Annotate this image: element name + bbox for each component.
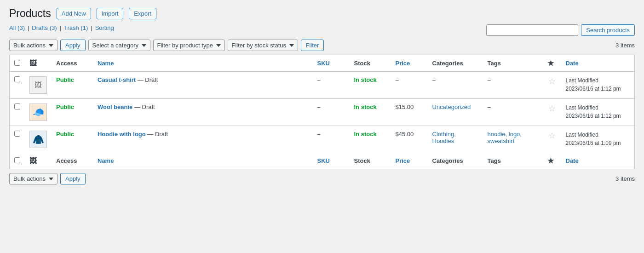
row-checkbox[interactable]	[14, 76, 20, 82]
all-link[interactable]: All (3)	[9, 24, 25, 31]
row-featured[interactable]: ☆	[543, 99, 561, 126]
product-status: — Draft	[147, 131, 168, 138]
table-row: 🖼 Public Casual t-shirt — Draft – In sto…	[10, 72, 635, 99]
apply-button-top[interactable]: Apply	[60, 40, 86, 51]
price-sort-link-bottom[interactable]: Price	[396, 157, 410, 164]
row-stock: In stock	[350, 72, 391, 99]
row-checkbox-cell[interactable]	[10, 72, 25, 99]
category-select[interactable]: Select a category	[88, 40, 150, 51]
row-thumb: 🧥	[25, 126, 52, 153]
footer-stock: Stock	[350, 153, 391, 169]
row-tags: –	[483, 72, 543, 99]
export-button[interactable]: Export	[129, 8, 156, 19]
price-sort-link[interactable]: Price	[396, 60, 410, 67]
product-status: — Draft	[134, 104, 155, 110]
footer-price[interactable]: Price	[391, 153, 428, 169]
row-sku: –	[313, 72, 350, 99]
row-checkbox-cell[interactable]	[10, 99, 25, 126]
header-categories: Categories	[428, 55, 483, 72]
row-price: –	[391, 72, 428, 99]
row-tags: hoodie, logo, sweatshirt	[483, 126, 543, 153]
header-featured: ★	[543, 55, 561, 72]
row-sku: –	[313, 126, 350, 153]
featured-star-icon[interactable]: ☆	[548, 77, 556, 86]
search-input[interactable]	[486, 24, 578, 36]
search-products-button[interactable]: Search products	[581, 24, 635, 36]
row-date: Last Modified2023/06/16 at 1:09 pm	[561, 126, 635, 153]
date-sort-link[interactable]: Date	[566, 60, 579, 67]
sku-sort-link-bottom[interactable]: SKU	[317, 157, 330, 164]
tablenav-top: Bulk actions Apply Select a category Fil…	[9, 40, 635, 51]
name-sort-link[interactable]: Name	[98, 60, 114, 67]
row-categories: –	[428, 72, 483, 99]
row-access: Public	[52, 72, 93, 99]
featured-star-icon[interactable]: ☆	[548, 104, 556, 113]
trash-link[interactable]: Trash (1)	[64, 24, 88, 31]
footer-name[interactable]: Name	[93, 153, 313, 169]
drafts-link[interactable]: Drafts (3)	[32, 24, 57, 31]
subsubsub-nav: All (3) | Drafts (3) | Trash (1) | Sorti…	[9, 24, 114, 31]
header-stock: Stock	[350, 55, 391, 72]
import-button[interactable]: Import	[97, 8, 124, 19]
product-status: — Draft	[138, 76, 158, 83]
table-row: 🧢 Public Wool beanie — Draft – In stock …	[10, 99, 635, 126]
select-all-checkbox[interactable]	[14, 60, 20, 66]
table-row: 🧥 Public Hoodie with logo — Draft – In s…	[10, 126, 635, 153]
bulk-actions-select-bottom[interactable]: Bulk actions	[9, 173, 58, 184]
row-checkbox[interactable]	[14, 131, 20, 137]
name-sort-link-bottom[interactable]: Name	[98, 157, 114, 164]
featured-star-icon[interactable]: ☆	[548, 131, 556, 140]
header-checkbox-cell[interactable]	[10, 55, 25, 72]
product-name-link[interactable]: Casual t-shirt	[98, 76, 136, 83]
footer-access: Access	[52, 153, 93, 169]
row-thumb: 🖼	[25, 72, 52, 99]
header-name[interactable]: Name	[93, 55, 313, 72]
row-access: Public	[52, 99, 93, 126]
row-tags: –	[483, 99, 543, 126]
filter-button[interactable]: Filter	[301, 40, 324, 51]
apply-button-bottom[interactable]: Apply	[60, 173, 86, 184]
row-sku: –	[313, 99, 350, 126]
header-tags: Tags	[483, 55, 543, 72]
header-date[interactable]: Date	[561, 55, 635, 72]
sku-sort-link[interactable]: SKU	[317, 60, 330, 67]
footer-sku[interactable]: SKU	[313, 153, 350, 169]
row-categories: Clothing,Hoodies	[428, 126, 483, 153]
tablenav-bottom: Bulk actions Apply 3 items	[9, 173, 635, 184]
footer-thumb-cell: 🖼	[25, 153, 52, 169]
footer-tags: Tags	[483, 153, 543, 169]
product-name-link[interactable]: Hoodie with logo	[98, 131, 146, 138]
stock-status-select[interactable]: Filter by stock status	[228, 40, 298, 51]
footer-featured: ★	[543, 153, 561, 169]
header-access: Access	[52, 55, 93, 72]
products-table: 🖼 Access Name SKU Stock Price Categories…	[9, 55, 635, 169]
tag-link[interactable]: hoodie, logo, sweatshirt	[488, 131, 522, 144]
sorting-link[interactable]: Sorting	[95, 24, 114, 31]
row-price: $45.00	[391, 126, 428, 153]
header-thumb-cell: 🖼	[25, 55, 52, 72]
bulk-actions-select-top[interactable]: Bulk actions	[9, 40, 58, 51]
select-all-checkbox-bottom[interactable]	[14, 157, 20, 163]
add-new-button[interactable]: Add New	[57, 8, 91, 19]
product-name-link[interactable]: Wool beanie	[98, 104, 132, 110]
date-sort-link-bottom[interactable]: Date	[566, 157, 579, 164]
product-thumbnail: 🧢	[29, 104, 47, 121]
header-sku[interactable]: SKU	[313, 55, 350, 72]
page-title: Products	[9, 7, 51, 20]
row-checkbox[interactable]	[14, 104, 20, 109]
row-name: Casual t-shirt — Draft	[93, 72, 313, 99]
footer-date[interactable]: Date	[561, 153, 635, 169]
product-thumbnail: 🧥	[29, 131, 47, 148]
row-featured[interactable]: ☆	[543, 126, 561, 153]
row-checkbox-cell[interactable]	[10, 126, 25, 153]
row-featured[interactable]: ☆	[543, 72, 561, 99]
header-price[interactable]: Price	[391, 55, 428, 72]
category-link[interactable]: Uncategorized	[432, 104, 471, 110]
row-date: Last Modified2023/06/16 at 1:12 pm	[561, 72, 635, 99]
row-name: Hoodie with logo — Draft	[93, 126, 313, 153]
row-categories: Uncategorized	[428, 99, 483, 126]
product-type-select[interactable]: Filter by product type	[153, 40, 225, 51]
footer-checkbox-cell[interactable]	[10, 153, 25, 169]
category-link[interactable]: Clothing,Hoodies	[432, 131, 456, 144]
row-access: Public	[52, 126, 93, 153]
